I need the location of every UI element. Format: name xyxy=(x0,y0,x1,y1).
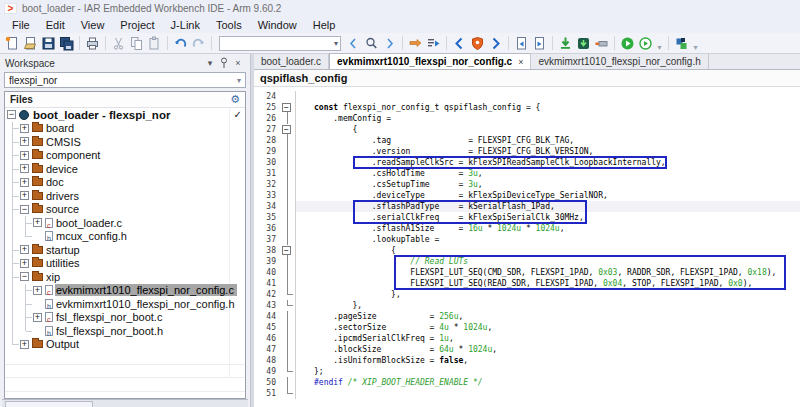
tree-item-board[interactable]: +board xyxy=(5,122,245,136)
fold-margin[interactable] xyxy=(280,311,296,322)
collapse-icon[interactable]: − xyxy=(20,205,29,214)
next-bookmark-icon[interactable] xyxy=(531,35,548,52)
fold-margin[interactable] xyxy=(280,256,296,267)
expand-icon[interactable]: + xyxy=(33,286,42,295)
undo-icon[interactable] xyxy=(172,35,189,52)
navigate-forward-icon[interactable] xyxy=(487,35,504,52)
previous-bookmark-icon[interactable] xyxy=(513,35,530,52)
close-tab-icon[interactable]: × xyxy=(518,57,523,67)
settings-gear-icon[interactable]: ⚙ xyxy=(230,93,240,106)
fold-margin[interactable] xyxy=(280,212,296,223)
debug-without-downloading-icon[interactable] xyxy=(637,35,654,52)
expand-icon[interactable]: + xyxy=(20,124,29,133)
cut-icon[interactable] xyxy=(110,35,127,52)
fold-margin[interactable] xyxy=(280,300,296,311)
menu-help[interactable]: Help xyxy=(305,18,344,32)
tree-item-output[interactable]: +Output xyxy=(5,338,245,352)
copy-icon[interactable] xyxy=(128,35,145,52)
tree-item-source[interactable]: −source xyxy=(5,203,245,217)
fold-margin[interactable] xyxy=(280,267,296,278)
fold-margin[interactable] xyxy=(280,344,296,355)
menu-view[interactable]: View xyxy=(73,18,113,32)
fold-margin[interactable] xyxy=(280,289,296,300)
fold-margin[interactable] xyxy=(280,146,296,157)
tree-item-utilities[interactable]: +utilities xyxy=(5,257,245,271)
fold-margin[interactable] xyxy=(280,91,296,102)
search-input[interactable] xyxy=(220,37,334,49)
editor-tab-evkmimxrt1010-flexspi-nor-config-h[interactable]: evkmimxrt1010_flexspi_nor_config.h xyxy=(531,54,708,69)
tree-item-fsl-flexspi-nor-boot-h[interactable]: fsl_flexspi_nor_boot.h xyxy=(5,324,245,338)
fold-margin[interactable] xyxy=(280,355,296,366)
expand-icon[interactable]: + xyxy=(20,137,29,146)
tree-item-evkmimxrt1010-flexspi-nor-config-c[interactable]: +evkmimxrt1010_flexspi_nor_config.c xyxy=(5,284,245,298)
configuration-selector[interactable]: flexspi_nor ▾ xyxy=(4,72,246,88)
fold-margin[interactable] xyxy=(280,333,296,344)
fold-margin[interactable]: − xyxy=(280,102,296,113)
expand-icon[interactable]: + xyxy=(33,313,42,322)
toolbar-overflow-icon[interactable]: ▾ xyxy=(655,35,664,52)
expand-icon[interactable]: + xyxy=(20,340,29,349)
toolbar-overflow-icon[interactable]: ▾ xyxy=(691,35,700,52)
menu-j-link[interactable]: J-Link xyxy=(163,18,208,32)
toggle-breakpoint-icon[interactable] xyxy=(469,35,486,52)
workspace-bottom-tab[interactable] xyxy=(5,401,93,407)
menu-tools[interactable]: Tools xyxy=(208,18,250,32)
tree-item-evkmimxrt1010-flexspi-nor-config-h[interactable]: evkmimxrt1010_flexspi_nor_config.h xyxy=(5,297,245,311)
tree-item-boot-loader-c[interactable]: +boot_loader.c xyxy=(5,216,245,230)
tree-item-boot-loader-flexspi-nor[interactable]: −boot_loader - flexspi_nor✓ xyxy=(5,108,245,122)
tree-item-device[interactable]: +device xyxy=(5,162,245,176)
tree-item-cmsis[interactable]: +CMSIS xyxy=(5,135,245,149)
menu-edit[interactable]: Edit xyxy=(38,18,73,32)
attach-debugger-icon[interactable] xyxy=(593,35,610,52)
menu-file[interactable]: File xyxy=(4,18,38,32)
new-document-icon[interactable] xyxy=(4,35,21,52)
save-icon[interactable] xyxy=(40,35,57,52)
fold-margin[interactable] xyxy=(280,278,296,289)
fold-margin[interactable] xyxy=(280,168,296,179)
debug-with-download-icon[interactable] xyxy=(619,35,636,52)
tree-item-component[interactable]: +component xyxy=(5,149,245,163)
expand-icon[interactable]: + xyxy=(20,178,29,187)
search-back-icon[interactable] xyxy=(345,35,362,52)
tree-item-mcux-config-h[interactable]: mcux_config.h xyxy=(5,230,245,244)
fold-margin[interactable] xyxy=(280,135,296,146)
fold-margin[interactable]: − xyxy=(280,124,296,135)
fold-margin[interactable]: − xyxy=(280,245,296,256)
menu-project[interactable]: Project xyxy=(112,18,162,32)
fold-margin[interactable] xyxy=(280,234,296,245)
open-file-icon[interactable] xyxy=(22,35,39,52)
fold-margin[interactable] xyxy=(280,377,296,388)
fold-margin[interactable] xyxy=(280,113,296,124)
paste-icon[interactable] xyxy=(146,35,163,52)
tree-item-xip[interactable]: −xip xyxy=(5,270,245,284)
save-all-icon[interactable] xyxy=(58,35,75,52)
fold-margin[interactable] xyxy=(280,201,296,212)
editor-tab-evkmimxrt1010-flexspi-nor-config-c[interactable]: evkmimxrt1010_flexspi_nor_config.c× xyxy=(329,53,531,69)
fold-margin[interactable] xyxy=(280,157,296,168)
fold-margin[interactable] xyxy=(280,179,296,190)
go-to-definition-icon[interactable] xyxy=(425,35,442,52)
search-forward-icon[interactable] xyxy=(381,35,398,52)
fold-margin[interactable] xyxy=(280,190,296,201)
editor-tab-boot-loader-c[interactable]: boot_loader.c xyxy=(254,54,329,69)
expand-icon[interactable]: + xyxy=(20,245,29,254)
toggle-source-header-icon[interactable] xyxy=(407,35,424,52)
fold-margin[interactable] xyxy=(280,388,296,399)
collapse-icon[interactable]: − xyxy=(20,272,29,281)
dropdown-caret-icon[interactable]: ▾ xyxy=(203,58,217,68)
expand-icon[interactable]: + xyxy=(20,259,29,268)
find-icon[interactable] xyxy=(363,35,380,52)
navigate-back-icon[interactable] xyxy=(451,35,468,52)
chevron-down-icon[interactable]: ▾ xyxy=(334,39,340,48)
collapse-icon[interactable]: − xyxy=(7,110,16,119)
fold-margin[interactable] xyxy=(280,223,296,234)
code-editor[interactable]: 2425−const flexspi_nor_config_t qspiflas… xyxy=(254,87,800,407)
redo-icon[interactable] xyxy=(190,35,207,52)
expand-icon[interactable]: + xyxy=(20,164,29,173)
download-and-debug-icon[interactable] xyxy=(575,35,592,52)
tree-item-drivers[interactable]: +drivers xyxy=(5,189,245,203)
tree-item-startup[interactable]: +startup xyxy=(5,243,245,257)
expand-icon[interactable]: + xyxy=(33,218,42,227)
expand-icon[interactable]: + xyxy=(20,151,29,160)
fold-margin[interactable] xyxy=(280,322,296,333)
